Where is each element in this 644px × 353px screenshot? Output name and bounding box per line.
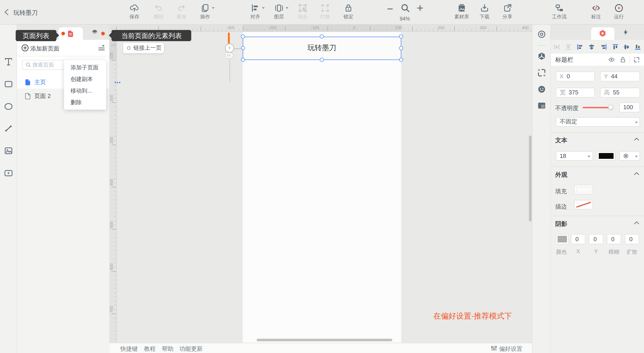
collapse-section-icon[interactable] (634, 172, 639, 175)
page-file-icon (25, 93, 30, 99)
tutorial-dot-pages (61, 32, 65, 35)
menu-item-duplicate[interactable]: 创建副本 (70, 76, 93, 83)
shadow-spread-input[interactable]: 0 (625, 234, 639, 244)
page-trigger-icon[interactable] (225, 43, 234, 53)
page-more-menu-icon[interactable]: ••• (114, 80, 121, 85)
search-placeholder: 搜索页面 (32, 61, 54, 69)
project-title: 玩转墨刀 (14, 9, 38, 17)
add-page-plus-icon[interactable] (21, 44, 28, 51)
inspector-tabs (550, 24, 644, 39)
width-input[interactable]: 宽375 (556, 88, 594, 97)
x-position-input[interactable]: X0 (556, 72, 594, 81)
tutorial-link[interactable]: 教程 (144, 345, 156, 353)
component-library-icon[interactable] (537, 51, 546, 61)
tab-style[interactable] (591, 27, 614, 39)
align-left-icon[interactable] (576, 44, 583, 50)
chevron-down-icon (587, 155, 590, 159)
artboard[interactable] (243, 32, 401, 343)
add-page-label[interactable]: 添加新页面 (30, 44, 59, 52)
zoom-search-icon[interactable] (400, 3, 411, 13)
component-target-icon[interactable] (537, 29, 546, 39)
menu-item-move-to[interactable]: 移动到... (70, 87, 92, 95)
text-settings-button[interactable] (619, 151, 640, 161)
shadow-blur-input[interactable]: 0 (606, 234, 621, 244)
ellipse-tool-icon[interactable] (3, 101, 14, 112)
height-input[interactable]: 高55 (600, 88, 640, 97)
dynamic-component-tool-icon[interactable] (3, 168, 14, 179)
menu-item-add-subpage[interactable]: 添加子页面 (70, 64, 98, 72)
page-name: 主页 (34, 78, 46, 86)
menu-item-delete[interactable]: 删除 (70, 99, 82, 106)
undo-icon (154, 3, 164, 13)
collapse-section-icon[interactable] (634, 137, 639, 141)
mockingbot-editor: 玩转墨刀 保存 撤销 重做 操作 对齐 图层 (0, 0, 644, 353)
opacity-slider-thumb[interactable] (608, 105, 613, 110)
fill-color-swatch[interactable] (574, 185, 593, 194)
shadow-x-input[interactable]: 0 (571, 234, 585, 244)
vertical-scrollbar[interactable] (529, 135, 531, 221)
visibility-eye-icon[interactable] (608, 57, 615, 63)
select-similar-icon[interactable] (537, 68, 546, 77)
align-bottom-icon[interactable] (634, 44, 641, 50)
align-right-icon[interactable] (600, 44, 606, 50)
feature-updates-link[interactable]: 功能更新 (179, 345, 203, 353)
font-color-swatch[interactable] (597, 151, 615, 161)
appearance-section-header: 外观 (555, 171, 567, 179)
link-previous-page-button[interactable]: 链接上一页 (123, 43, 164, 53)
drag-tag-handle[interactable] (226, 52, 234, 59)
link-node-icon (127, 46, 131, 50)
help-link[interactable]: 帮助 (162, 345, 174, 353)
pin-mode-select[interactable]: 不固定 (556, 117, 640, 127)
stroke-color-swatch[interactable] (574, 200, 593, 209)
selected-element-titlebar[interactable]: 玩转墨刀 (243, 36, 401, 60)
resize-handle-e[interactable] (399, 46, 403, 50)
tab-interaction[interactable] (622, 28, 629, 36)
assets-library-icon (457, 3, 467, 13)
y-position-input[interactable]: Y44 (600, 72, 640, 81)
lock-button[interactable]: 锁定 (334, 3, 363, 19)
shadow-y-input[interactable]: 0 (589, 234, 603, 244)
search-icon (25, 62, 31, 67)
collapse-section-icon[interactable] (634, 221, 639, 224)
distribute-horizontal-icon[interactable] (554, 44, 560, 50)
align-horizontal-center-icon[interactable] (588, 44, 595, 50)
image-tool-icon[interactable] (3, 145, 14, 156)
preferences-link[interactable]: 偏好设置 (499, 345, 522, 353)
font-size-select[interactable]: 18 (556, 151, 593, 161)
align-top-icon[interactable] (612, 44, 618, 50)
share-button[interactable]: 分享 (493, 3, 522, 19)
collapse-pages-tree-icon[interactable] (98, 44, 105, 51)
horizontal-scrollbar[interactable] (256, 339, 392, 341)
tooltip-element-list: 当前页面的元素列表 (112, 30, 192, 41)
resize-handle-se[interactable] (399, 58, 403, 62)
align-vertical-middle-icon[interactable] (623, 44, 630, 50)
tutorial-annotation-text: 在偏好设置-推荐模式下 (433, 311, 512, 321)
opacity-value-input[interactable]: 100 (619, 102, 640, 112)
resize-handle-ne[interactable] (399, 34, 403, 38)
emoji-feedback-icon[interactable] (537, 84, 546, 94)
zoom-in-icon[interactable] (416, 4, 424, 12)
select-same-icon[interactable] (633, 56, 640, 63)
workflow-button[interactable]: 工作流 (545, 3, 574, 19)
status-bar: 快捷键 教程 帮助 功能更新 偏好设置 (109, 343, 532, 353)
design-canvas[interactable]: -300 -200 -100 0 100 200 300 400 500 600… (109, 24, 532, 343)
distribute-vertical-icon[interactable] (565, 44, 572, 50)
shadow-color-swatch[interactable] (556, 234, 569, 244)
unlock-icon[interactable] (620, 56, 626, 63)
run-button[interactable]: 运行 (604, 3, 633, 19)
rectangle-tool-icon[interactable] (3, 79, 14, 89)
preferences-sliders-icon[interactable] (490, 346, 497, 351)
resize-handle-sw[interactable] (241, 58, 245, 62)
action-button[interactable]: 操作 (191, 3, 220, 19)
line-tool-icon[interactable] (3, 123, 14, 134)
tab-element-list[interactable] (91, 29, 98, 36)
top-toolbar: 玩转墨刀 保存 撤销 重做 操作 对齐 图层 (0, 0, 644, 24)
shortcuts-link[interactable]: 快捷键 (120, 345, 138, 353)
text-tool-icon[interactable] (3, 56, 14, 67)
layout-panel-icon[interactable] (537, 101, 546, 110)
style-hexagon-icon (598, 29, 607, 38)
zoom-out-icon[interactable] (387, 6, 393, 12)
tooltip-arrow-right (56, 33, 62, 38)
back-icon[interactable] (3, 7, 12, 16)
resize-handle-nw[interactable] (241, 34, 245, 38)
